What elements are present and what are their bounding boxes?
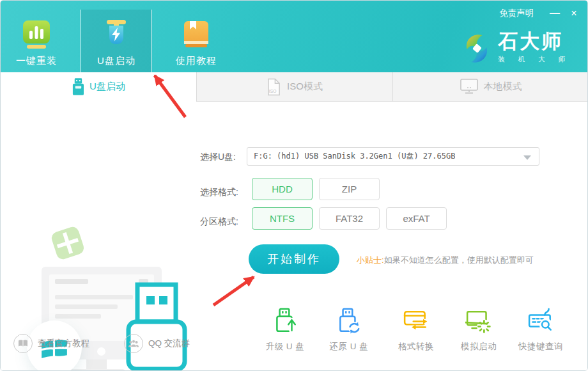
usb-shield-icon [101,19,132,49]
tool-label: 快捷键查询 [518,341,563,352]
tab-label: 使用教程 [176,55,217,67]
simulate-boot-icon [465,301,492,335]
usb-select-label: 选择U盘: [200,152,236,163]
minimize-button[interactable]: — [546,6,563,21]
iso-file-icon: ISO [267,78,281,96]
tool-label: 格式转换 [398,341,434,352]
tip-label: 小贴士: [357,255,384,265]
subtab-label: U盘启动 [89,81,125,93]
tip-text: 小贴士:如果不知道怎么配置，使用默认配置即可 [357,255,534,266]
format-select-label: 选择格式: [200,187,238,198]
book-circle-icon [13,334,33,353]
format-option-zip[interactable]: ZIP [319,178,380,200]
windows-tile-icon [49,225,86,262]
usb-plug-illustration [122,281,194,371]
main-tab-bar: 一键重装 U盘启动 [1,10,232,72]
tool-label: 升级 U 盘 [266,341,305,352]
brand-tagline: 装 机 大 师 [498,55,571,64]
tool-label: 还原 U 盘 [330,341,369,352]
subtab-usb-boot[interactable]: U盘启动 [1,72,196,102]
close-button[interactable]: × [566,6,582,21]
group-circle-icon [124,334,143,353]
usb-selected-value: F:G: (hd1) USB SanDisk 3.2Gen1 (U盘) 27.6… [247,151,455,162]
tool-hotkey-query[interactable]: 快捷键查询 [510,301,571,352]
tool-restore-usb[interactable]: 还原 U 盘 [318,301,380,352]
official-tutorial-link[interactable]: 查看官方教程 [13,334,89,353]
mode-tab-bar: U盘启动 ISO ISO模式 本地模式 [1,72,588,102]
partition-option-fat32[interactable]: FAT32 [319,207,380,230]
tool-upgrade-usb[interactable]: 升级 U 盘 [254,301,316,352]
brand-name: 石大师 [498,30,571,53]
book-icon [181,19,212,49]
header: 一键重装 U盘启动 [1,1,588,72]
tool-simulate-boot[interactable]: 模拟启动 [448,301,509,352]
subtab-iso-mode[interactable]: ISO ISO模式 [196,72,392,102]
hotkey-search-icon [527,301,554,335]
chart-icon [21,19,52,49]
brand-logo: 石大师 装 机 大 师 [462,30,571,66]
start-create-button[interactable]: 开始制作 [249,244,339,274]
partition-option-exfat[interactable]: exFAT [386,207,447,230]
tool-label: 模拟启动 [461,341,497,352]
link-label: 查看官方教程 [38,338,89,349]
partition-option-ntfs[interactable]: NTFS [252,207,313,230]
usb-select-dropdown[interactable]: F:G: (hd1) USB SanDisk 3.2Gen1 (U盘) 27.6… [247,147,539,166]
app-window: 一键重装 U盘启动 [0,0,588,371]
brand-mark-icon [462,31,491,66]
format-convert-icon [403,301,429,335]
tab-label: 一键重装 [16,55,57,67]
usb-upgrade-icon [272,301,298,335]
monitor-icon [460,79,478,95]
subtab-label: ISO模式 [287,81,323,93]
tab-tutorial[interactable]: 使用教程 [160,10,232,72]
subtab-local-mode[interactable]: 本地模式 [392,72,588,102]
tab-label: U盘启动 [97,55,135,67]
tab-usb-boot[interactable]: U盘启动 [81,10,152,72]
chevron-down-icon [523,155,531,160]
usb-restore-icon [336,301,362,335]
tool-format-convert[interactable]: 格式转换 [385,301,447,352]
tab-one-key-reinstall[interactable]: 一键重装 [1,10,72,72]
iso-icon-text: ISO [269,89,277,93]
usb-stick-icon [72,78,84,96]
subtab-label: 本地模式 [484,81,522,93]
partition-select-label: 分区格式: [200,216,238,228]
format-option-hdd[interactable]: HDD [252,178,313,200]
main-content: 选择U盘: F:G: (hd1) USB SanDisk 3.2Gen1 (U盘… [1,102,588,371]
qq-group-link[interactable]: QQ 交流群 [124,334,190,353]
link-label: QQ 交流群 [148,338,190,349]
disclaimer-link[interactable]: 免责声明 [499,8,534,19]
